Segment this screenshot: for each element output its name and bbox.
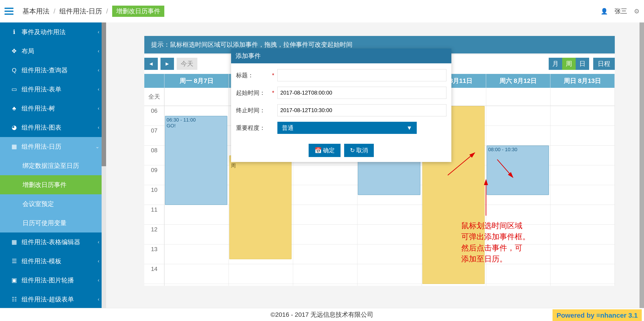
breadcrumb-sep: /: [54, 7, 55, 15]
field-start-label: 起始时间：: [236, 89, 272, 97]
field-level-select[interactable]: 普通 ▼: [278, 122, 417, 134]
sidebar-subitem[interactable]: 日历可使用变量: [0, 213, 106, 233]
time-label: 13: [144, 244, 164, 264]
sidebar-item-label: 组件用法-查询器: [22, 66, 68, 75]
view-switch-group: 月 周 日: [549, 58, 589, 70]
field-title-input[interactable]: [278, 69, 446, 81]
sidebar-item-label: 组件用法-表格编辑器: [22, 238, 80, 246]
chevron-left-icon: ‹: [98, 86, 99, 92]
sidebar-item-icon: Q: [10, 67, 18, 74]
time-label: 08: [144, 146, 164, 165]
view-agenda-button[interactable]: 日程: [593, 58, 615, 70]
breadcrumb-current: 增删改日历事件: [112, 5, 164, 17]
sidebar-scroll-thumb[interactable]: [102, 22, 106, 166]
calendar-event[interactable]: 0 周: [229, 155, 292, 259]
sidebar-item-label: 事件及动作用法: [22, 28, 66, 36]
sidebar-item-icon: ▦: [10, 239, 18, 246]
sidebar-item-icon: ☷: [10, 296, 18, 303]
sidebar-item-label: 组件用法-日历: [22, 142, 61, 151]
chevron-left-icon: ‹: [98, 29, 99, 35]
ok-button[interactable]: 📅确定: [309, 144, 340, 157]
sidebar-item[interactable]: ✥布局‹: [0, 41, 106, 61]
today-button[interactable]: 今天: [177, 58, 197, 70]
content-scroll-thumb[interactable]: [640, 22, 644, 308]
time-label: 11: [144, 205, 164, 225]
calendar-icon: 📅: [314, 147, 322, 154]
sidebar-subitem[interactable]: 会议室预定: [0, 194, 106, 213]
field-end-label: 终止时间：: [236, 106, 272, 114]
time-label: 14: [144, 264, 164, 284]
sidebar-item-icon: ☰: [10, 258, 18, 265]
powered-by-badge[interactable]: Powered by ≡nhancer 3.1: [552, 309, 642, 321]
top-header: 基本用法 / 组件用法-日历 / 增删改日历事件 👤 张三 ⚙: [0, 0, 644, 22]
field-end-input[interactable]: [278, 104, 446, 116]
sidebar-item-icon: ▭: [10, 86, 18, 93]
day-header: 周六 8月12日: [486, 74, 550, 88]
sidebar-item[interactable]: ▣组件用法-图片轮播‹: [0, 271, 106, 290]
sidebar-item-label: 组件用法-表单: [22, 85, 61, 94]
sidebar-item-label: 布局: [22, 47, 34, 55]
sidebar-item[interactable]: ♣组件用法-树‹: [0, 99, 106, 118]
sidebar-subitem[interactable]: 增删改日历事件: [0, 175, 106, 194]
sidebar-item[interactable]: ☰组件用法-模板‹: [0, 252, 106, 271]
sidebar-scrollbar[interactable]: [102, 22, 106, 308]
calendar-event[interactable]: 08:00 - 10:30: [487, 146, 549, 195]
sidebar-item-icon: ◕: [10, 124, 18, 131]
prev-button[interactable]: ◄: [144, 58, 158, 70]
sidebar-item-icon: ℹ: [10, 28, 18, 35]
chevron-left-icon: ‹: [98, 67, 99, 73]
allday-label: 全天: [144, 88, 164, 106]
sidebar-item-label: 组件用法-图片轮播: [22, 276, 74, 285]
breadcrumb-sep: /: [106, 7, 108, 15]
field-level-label: 重要程度：: [236, 124, 272, 132]
sidebar-subitem[interactable]: 绑定数据渲染至日历: [0, 156, 106, 175]
chevron-left-icon: ‹: [98, 297, 99, 302]
sidebar-item[interactable]: ℹ事件及动作用法‹: [0, 22, 106, 41]
chevron-left-icon: ‹: [98, 125, 99, 130]
day-column[interactable]: 06:30 - 11:00 GO!: [164, 106, 229, 286]
sidebar-item[interactable]: ▦组件用法-表格编辑器‹: [0, 233, 106, 252]
time-label: 10: [144, 185, 164, 205]
user-name[interactable]: 张三: [614, 7, 627, 15]
chevron-left-icon: ‹: [98, 278, 99, 283]
sidebar-item[interactable]: ▦组件用法-日历⌄: [0, 137, 106, 156]
day-column[interactable]: [550, 106, 615, 286]
sidebar-item-label: 组件用法-图表: [22, 123, 61, 132]
time-label: 06: [144, 106, 164, 126]
field-level-value: 普通: [282, 124, 294, 132]
view-month-button[interactable]: 月: [549, 58, 562, 70]
breadcrumb-item[interactable]: 基本用法: [22, 7, 50, 16]
chevron-left-icon: ‹: [98, 48, 99, 54]
breadcrumb-item[interactable]: 组件用法-日历: [59, 7, 102, 16]
copyright: ©2016 - 2017 无远信息技术有限公司: [271, 311, 374, 319]
next-button[interactable]: ►: [160, 58, 174, 70]
annotation-text: 鼠标划选时间区域 可弹出添加事件框。 然后点击事件，可 添加至日历。: [461, 220, 530, 264]
sidebar-item[interactable]: ◕组件用法-图表‹: [0, 118, 106, 137]
view-day-button[interactable]: 日: [576, 58, 589, 70]
field-start-input[interactable]: [278, 87, 446, 99]
hamburger-icon[interactable]: [4, 8, 14, 15]
user-icon: 👤: [600, 8, 608, 15]
sidebar-item[interactable]: ▭组件用法-表单‹: [0, 80, 106, 99]
field-title-label: 标题：: [236, 71, 272, 79]
time-label: 09: [144, 165, 164, 185]
sidebar-item[interactable]: ☷组件用法-超级表单‹: [0, 290, 106, 308]
chevron-left-icon: ‹: [98, 106, 99, 111]
time-label: 12: [144, 225, 164, 244]
view-week-button[interactable]: 周: [562, 58, 576, 70]
calendar-event[interactable]: 06:30 - 11:00 GO!: [165, 116, 227, 205]
add-event-dialog: 添加事件 标题： * 起始时间： * 终止时间： 重: [231, 48, 451, 162]
cancel-button[interactable]: ↻取消: [344, 144, 374, 157]
sidebar-item-label: 组件用法-模板: [22, 257, 61, 266]
sidebar-subitem-label: 日历可使用变量: [22, 219, 66, 227]
sidebar-subitem-label: 增删改日历事件: [22, 181, 66, 189]
content-scrollbar[interactable]: [640, 22, 644, 308]
breadcrumb: 基本用法 / 组件用法-日历 / 增删改日历事件: [22, 5, 164, 17]
refresh-icon: ↻: [350, 147, 355, 154]
sidebar-item[interactable]: Q组件用法-查询器‹: [0, 61, 106, 80]
sidebar-subitem-label: 会议室预定: [22, 200, 54, 208]
sidebar-item-icon: ▦: [10, 143, 18, 150]
chevron-left-icon: ‹: [98, 258, 99, 264]
dialog-title: 添加事件: [231, 48, 451, 63]
gear-icon[interactable]: ⚙: [634, 8, 640, 15]
